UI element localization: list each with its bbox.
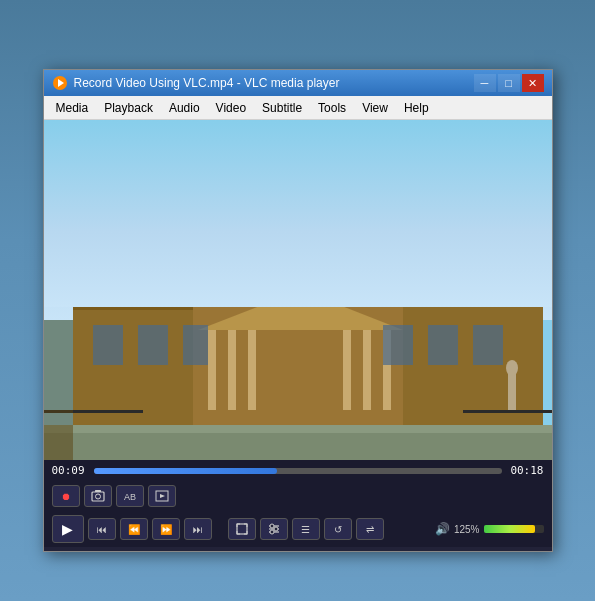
svg-point-53: [270, 530, 274, 534]
fastforward-button[interactable]: ⏩: [152, 518, 180, 540]
svg-rect-37: [463, 410, 552, 413]
prev-chapter-button[interactable]: ⏮: [88, 518, 116, 540]
close-button[interactable]: ✕: [522, 74, 544, 92]
svg-rect-29: [138, 325, 168, 365]
minimize-button[interactable]: ─: [474, 74, 496, 92]
menu-bar: Media Playback Audio Video Subtitle Tool…: [44, 96, 552, 120]
loop-button[interactable]: ↺: [324, 518, 352, 540]
extended-settings-button[interactable]: [260, 518, 288, 540]
svg-rect-32: [428, 325, 458, 365]
vlc-window: Record Video Using VLC.mp4 - VLC media p…: [43, 69, 553, 552]
svg-rect-34: [44, 430, 552, 460]
window-controls: ─ □ ✕: [474, 74, 544, 92]
frame-button[interactable]: [148, 485, 176, 507]
snapshot-button[interactable]: [84, 485, 112, 507]
svg-rect-35: [44, 425, 552, 433]
playlist-button[interactable]: ☰: [292, 518, 320, 540]
menu-tools[interactable]: Tools: [310, 96, 354, 119]
svg-rect-47: [237, 524, 247, 534]
loop-ab-button[interactable]: AB: [116, 485, 144, 507]
svg-rect-23: [248, 330, 256, 410]
menu-media[interactable]: Media: [48, 96, 97, 119]
progress-fill: [94, 468, 278, 474]
svg-point-42: [95, 494, 100, 499]
controls-top-row: ⏺ AB: [44, 481, 552, 511]
menu-view[interactable]: View: [354, 96, 396, 119]
menu-subtitle[interactable]: Subtitle: [254, 96, 310, 119]
video-content: [44, 120, 552, 460]
svg-text:AB: AB: [124, 492, 136, 502]
menu-video[interactable]: Video: [208, 96, 254, 119]
video-area[interactable]: [44, 120, 552, 460]
controls-bottom-row: ▶ ⏮ ⏪ ⏩ ⏭: [44, 511, 552, 547]
volume-slider[interactable]: [484, 525, 544, 533]
svg-rect-33: [473, 325, 503, 365]
window-title: Record Video Using VLC.mp4 - VLC media p…: [74, 76, 474, 90]
maximize-button[interactable]: □: [498, 74, 520, 92]
menu-audio[interactable]: Audio: [161, 96, 208, 119]
svg-rect-31: [383, 325, 413, 365]
svg-point-39: [506, 360, 518, 376]
svg-rect-21: [208, 330, 216, 410]
svg-rect-41: [92, 492, 104, 501]
current-time: 00:09: [52, 464, 88, 477]
svg-rect-22: [228, 330, 236, 410]
rewind-button[interactable]: ⏪: [120, 518, 148, 540]
volume-area: 🔊 125%: [435, 522, 544, 536]
shuffle-button[interactable]: ⇌: [356, 518, 384, 540]
title-bar: Record Video Using VLC.mp4 - VLC media p…: [44, 70, 552, 96]
next-chapter-button[interactable]: ⏭: [184, 518, 212, 540]
sky-background: [44, 120, 552, 307]
menu-playback[interactable]: Playback: [96, 96, 161, 119]
total-time: 00:18: [508, 464, 544, 477]
menu-help[interactable]: Help: [396, 96, 437, 119]
play-pause-button[interactable]: ▶: [52, 515, 84, 543]
svg-point-52: [274, 527, 278, 531]
progress-track[interactable]: [94, 468, 502, 474]
volume-icon: 🔊: [435, 522, 450, 536]
fullscreen-button[interactable]: [228, 518, 256, 540]
svg-rect-28: [93, 325, 123, 365]
svg-marker-46: [160, 494, 165, 498]
controls-container: ⏺ AB ▶: [44, 481, 552, 551]
record-button[interactable]: ⏺: [52, 485, 80, 507]
svg-point-51: [270, 524, 274, 528]
svg-rect-25: [363, 330, 371, 410]
progress-area: 00:09 00:18: [44, 460, 552, 481]
volume-percent-label: 125%: [454, 524, 480, 535]
svg-rect-40: [44, 320, 73, 460]
vlc-icon: [52, 75, 68, 91]
svg-rect-30: [183, 325, 208, 365]
volume-fill: [484, 525, 535, 533]
svg-rect-24: [343, 330, 351, 410]
svg-rect-43: [95, 490, 101, 492]
